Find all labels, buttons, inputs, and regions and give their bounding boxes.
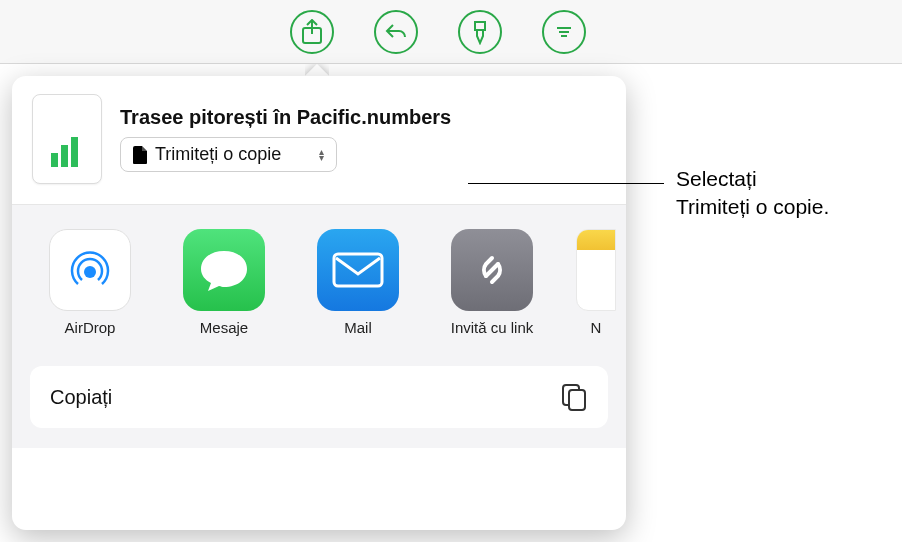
share-button[interactable] <box>290 10 334 54</box>
mail-icon <box>317 229 399 311</box>
app-label: N <box>576 319 616 336</box>
callout-leader-line <box>468 183 664 184</box>
chevron-updown-icon: ▴▾ <box>319 149 324 161</box>
messages-icon <box>183 229 265 311</box>
svg-rect-8 <box>334 254 382 286</box>
more-button[interactable] <box>542 10 586 54</box>
share-apps-row[interactable]: AirDrop Mesaje Mail <box>12 205 626 346</box>
callout-line1: Selectați <box>676 167 757 190</box>
share-header: Trasee pitorești în Pacific.numbers Trim… <box>12 76 626 205</box>
share-app-messages[interactable]: Mesaje <box>174 229 274 336</box>
notes-icon <box>576 229 616 311</box>
chart-icon <box>47 131 87 171</box>
app-toolbar <box>0 0 902 64</box>
document-thumbnail <box>32 94 102 184</box>
svg-line-9 <box>486 264 498 276</box>
share-icon <box>301 19 323 45</box>
callout-line2: Trimiteți o copie. <box>676 195 829 218</box>
share-mode-label: Trimiteți o copie <box>155 144 281 165</box>
share-app-airdrop[interactable]: AirDrop <box>40 229 140 336</box>
copy-label: Copiați <box>50 386 112 409</box>
format-button[interactable] <box>458 10 502 54</box>
share-sheet: Trasee pitorești în Pacific.numbers Trim… <box>12 76 626 530</box>
app-label: Invită cu link <box>442 319 542 336</box>
copy-action[interactable]: Copiați <box>30 366 608 428</box>
svg-rect-5 <box>61 145 68 167</box>
share-mode-dropdown[interactable]: Trimiteți o copie ▴▾ <box>120 137 337 172</box>
document-icon <box>133 146 147 164</box>
callout-text: Selectați Trimiteți o copie. <box>676 165 892 221</box>
document-title: Trasee pitorești în Pacific.numbers <box>120 106 606 129</box>
svg-rect-6 <box>71 137 78 167</box>
share-app-mail[interactable]: Mail <box>308 229 408 336</box>
popover-caret <box>305 64 329 76</box>
share-app-invite-link[interactable]: Invită cu link <box>442 229 542 336</box>
more-icon <box>553 21 575 43</box>
app-label: Mesaje <box>174 319 274 336</box>
svg-rect-4 <box>51 153 58 167</box>
undo-icon <box>384 21 408 43</box>
brush-icon <box>468 19 492 45</box>
share-actions: Copiați <box>12 346 626 448</box>
svg-rect-11 <box>569 390 585 410</box>
link-icon <box>451 229 533 311</box>
app-label: Mail <box>308 319 408 336</box>
svg-point-7 <box>84 266 96 278</box>
undo-button[interactable] <box>374 10 418 54</box>
document-info: Trasee pitorești în Pacific.numbers Trim… <box>120 106 606 172</box>
copy-icon <box>560 382 588 412</box>
airdrop-icon <box>49 229 131 311</box>
share-app-notes[interactable]: N <box>576 229 616 336</box>
app-label: AirDrop <box>40 319 140 336</box>
